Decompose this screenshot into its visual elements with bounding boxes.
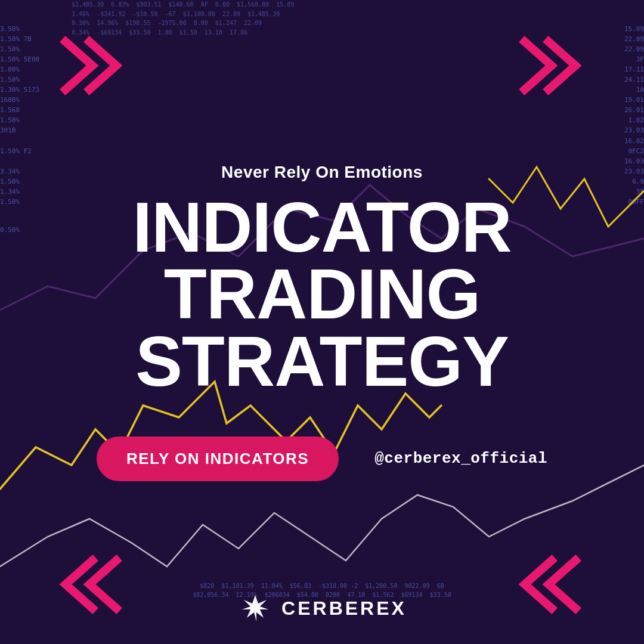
main-content: Never Rely On Emotions INDICATOR TRADING… bbox=[0, 0, 644, 644]
bottom-action-row: RELY ON INDICATORS @cerberex_official bbox=[97, 436, 547, 481]
subtitle-text: Never Rely On Emotions bbox=[221, 163, 423, 182]
cerberex-logo-icon bbox=[237, 590, 273, 626]
branding-area: CERBEREX bbox=[0, 590, 644, 626]
rely-on-indicators-button[interactable]: RELY ON INDICATORS bbox=[97, 436, 339, 481]
main-container: $1,485.30 6.83% $903.51 $140.60 AF 0.00 … bbox=[0, 0, 644, 644]
title-line3: STRATEGY bbox=[135, 322, 509, 401]
brand-name-text: CERBEREX bbox=[281, 597, 407, 620]
social-handle-text: @cerberex_official bbox=[374, 450, 547, 467]
main-title: INDICATOR TRADING STRATEGY bbox=[132, 194, 512, 394]
